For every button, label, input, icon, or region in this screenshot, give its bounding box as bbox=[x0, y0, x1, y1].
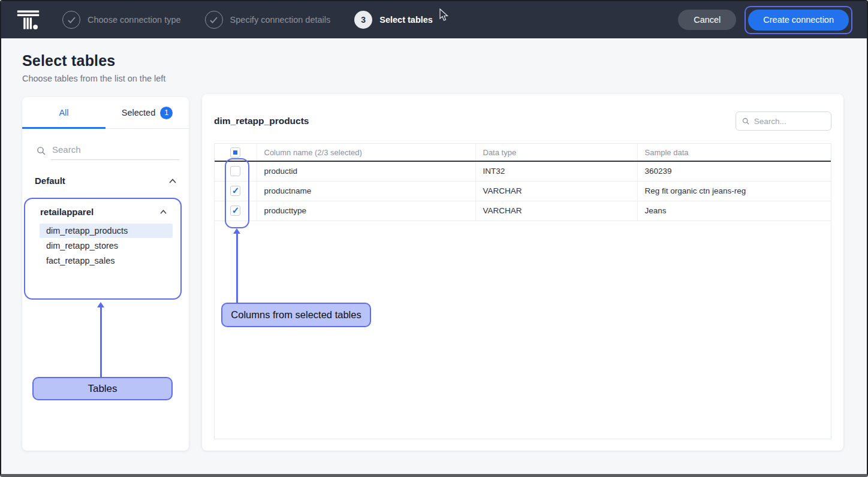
selected-count-badge: 1 bbox=[160, 107, 173, 119]
schema-retailapparel[interactable]: retailapparel bbox=[40, 207, 167, 217]
page-heading: Select tables Choose tables from the lis… bbox=[22, 52, 165, 83]
sample-data-cell: 360239 bbox=[637, 161, 831, 181]
table-item-dim-retapp-stores[interactable]: dim_retapp_stores bbox=[40, 238, 173, 253]
group-label: Default bbox=[35, 176, 65, 186]
tables-annotation-arrow-head bbox=[97, 302, 104, 307]
app-window: Choose connection type Specify connectio… bbox=[0, 0, 868, 477]
tables-callout: Tables bbox=[32, 377, 173, 400]
columns-panel-header: dim_retapp_products bbox=[214, 111, 831, 131]
thoughtspot-logo-icon bbox=[16, 8, 41, 31]
chevron-up-icon[interactable] bbox=[168, 178, 177, 184]
wizard-top-bar: Choose connection type Specify connectio… bbox=[1, 1, 867, 38]
step-choose-connection-type[interactable]: Choose connection type bbox=[62, 11, 181, 29]
step-label: Choose connection type bbox=[88, 15, 181, 25]
step-specify-connection-details[interactable]: Specify connection details bbox=[205, 11, 331, 29]
columns-annotation-arrow-head bbox=[233, 228, 240, 234]
checkbox-column-annotation-box bbox=[225, 158, 249, 228]
create-connection-highlight-ring: Create connection bbox=[745, 6, 852, 34]
active-tab-underline bbox=[22, 127, 106, 129]
table-item-fact-retapp-sales[interactable]: fact_retapp_sales bbox=[40, 253, 173, 268]
tab-selected[interactable]: Selected 1 bbox=[106, 97, 189, 128]
table-row: producttype VARCHAR Jeans bbox=[215, 201, 831, 221]
data-type-header: Data type bbox=[475, 144, 637, 161]
step-done-check-icon bbox=[205, 11, 223, 29]
table-row: productid INT32 360239 bbox=[215, 161, 831, 181]
tab-all[interactable]: All bbox=[22, 97, 106, 128]
schema-label: retailapparel bbox=[40, 207, 94, 217]
chevron-up-icon[interactable] bbox=[159, 209, 167, 215]
selected-table-title: dim_retapp_products bbox=[214, 116, 309, 126]
page-title: Select tables bbox=[22, 52, 165, 70]
data-type-cell: INT32 bbox=[475, 161, 637, 181]
step-done-check-icon bbox=[62, 11, 80, 29]
column-name-cell: producttype bbox=[257, 201, 475, 221]
sample-data-cell: Reg fit organic ctn jeans-reg bbox=[637, 181, 831, 201]
column-name-header: Column name (2/3 selected) bbox=[257, 144, 475, 161]
columns-search bbox=[736, 111, 831, 131]
create-connection-button[interactable]: Create connection bbox=[748, 10, 849, 31]
tables-annotation-arrow-line bbox=[100, 307, 102, 377]
sample-data-cell: Jeans bbox=[637, 201, 831, 221]
table-list: dim_retapp_products dim_retapp_stores fa… bbox=[40, 224, 173, 268]
column-name-cell: productid bbox=[257, 161, 475, 181]
columns-search-input[interactable] bbox=[754, 117, 825, 126]
column-name-cell: productname bbox=[257, 181, 475, 201]
table-item-dim-retapp-products[interactable]: dim_retapp_products bbox=[40, 224, 173, 238]
sample-data-header: Sample data bbox=[637, 144, 831, 161]
page-subtitle: Choose tables from the list on the left bbox=[22, 74, 165, 83]
columns-table: Column name (2/3 selected) Data type Sam… bbox=[215, 144, 831, 221]
sidebar-search bbox=[37, 143, 179, 160]
sidebar-tabs: All Selected 1 bbox=[22, 97, 189, 129]
search-icon bbox=[742, 117, 750, 126]
tab-selected-label: Selected bbox=[122, 108, 155, 117]
table-row: productname VARCHAR Reg fit organic ctn … bbox=[215, 181, 831, 201]
mouse-cursor-icon bbox=[439, 8, 449, 22]
step-number-badge: 3 bbox=[354, 11, 372, 29]
wizard-stepper: Choose connection type Specify connectio… bbox=[62, 11, 433, 29]
columns-annotation-arrow-line bbox=[236, 234, 238, 303]
tables-annotation-box: retailapparel dim_retapp_products dim_re… bbox=[24, 198, 182, 300]
cancel-button[interactable]: Cancel bbox=[678, 10, 736, 30]
data-type-cell: VARCHAR bbox=[475, 181, 637, 201]
columns-table-container: Column name (2/3 selected) Data type Sam… bbox=[214, 143, 831, 439]
columns-callout: Columns from selected tables bbox=[221, 303, 371, 327]
step-select-tables: 3 Select tables bbox=[354, 11, 433, 29]
step-label: Select tables bbox=[379, 15, 433, 25]
data-type-cell: VARCHAR bbox=[475, 201, 637, 221]
sidebar-search-input[interactable] bbox=[51, 143, 179, 160]
top-bar-actions: Cancel Create connection bbox=[678, 6, 852, 34]
select-all-checkbox[interactable] bbox=[230, 147, 240, 158]
search-icon bbox=[37, 146, 46, 156]
columns-table-header-row: Column name (2/3 selected) Data type Sam… bbox=[215, 144, 831, 161]
step-label: Specify connection details bbox=[230, 15, 331, 25]
columns-panel: dim_retapp_products Column name (2/3 sel… bbox=[202, 94, 843, 451]
group-default[interactable]: Default bbox=[35, 176, 177, 186]
